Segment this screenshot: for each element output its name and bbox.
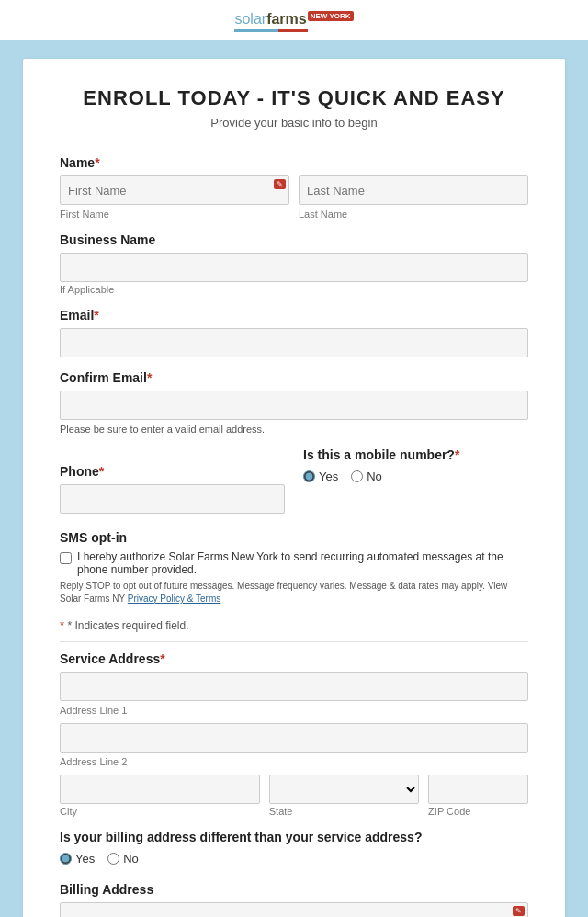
mobile-question-label: Is this a mobile number?* bbox=[303, 447, 528, 462]
confirm-email-label: Confirm Email* bbox=[60, 370, 528, 385]
billing-address-label: Billing Address bbox=[60, 882, 528, 897]
logo-ny: NEW YORK bbox=[308, 11, 354, 21]
sms-checkbox-text: I hereby authorize Solar Farms New York … bbox=[77, 550, 528, 576]
logo-farms: farms bbox=[266, 11, 307, 27]
sms-optin-label: SMS opt-in bbox=[60, 530, 528, 545]
page-title: ENROLL TODAY - IT'S QUICK AND EASY bbox=[60, 86, 528, 110]
site-header: solarfarmsNEW YORK bbox=[0, 0, 588, 40]
logo-underline bbox=[234, 29, 308, 32]
mobile-no-radio[interactable]: No bbox=[351, 470, 382, 483]
logo-solar: solar bbox=[234, 11, 266, 27]
billing-diff-question: Is your billing address different than y… bbox=[60, 830, 528, 844]
service-address-line2-input[interactable] bbox=[60, 723, 528, 753]
last-name-input[interactable] bbox=[299, 175, 528, 205]
service-city-label: City bbox=[60, 806, 260, 817]
business-name-label: Business Name bbox=[60, 232, 528, 247]
phone-label: Phone* bbox=[60, 464, 285, 479]
sms-checkbox[interactable] bbox=[60, 552, 72, 564]
confirm-email-input[interactable] bbox=[60, 391, 528, 420]
email-label: Email* bbox=[60, 308, 528, 323]
required-note: * * Indicates required field. bbox=[60, 618, 528, 632]
service-address-line1-input[interactable] bbox=[60, 672, 528, 701]
phone-input[interactable] bbox=[60, 484, 285, 514]
business-name-input[interactable] bbox=[60, 253, 528, 282]
billing-autofill-icon: ✎ bbox=[513, 906, 525, 916]
service-city-input[interactable] bbox=[60, 775, 260, 804]
page-subtitle: Provide your basic info to begin bbox=[60, 116, 528, 130]
sms-fine-print: Reply STOP to opt out of future messages… bbox=[60, 580, 528, 606]
service-zip-input[interactable] bbox=[428, 775, 528, 804]
business-name-sublabel: If Applicable bbox=[60, 284, 528, 295]
autofill-icon: ✎ bbox=[274, 179, 286, 189]
service-address-line2-label: Address Line 2 bbox=[60, 756, 528, 767]
billing-address-line1-input[interactable] bbox=[60, 902, 528, 917]
service-address-line1-label: Address Line 1 bbox=[60, 705, 528, 716]
first-name-input[interactable] bbox=[60, 175, 289, 205]
sms-privacy-link[interactable]: Privacy Policy & Terms bbox=[128, 594, 221, 604]
service-address-label: Service Address* bbox=[60, 651, 528, 666]
last-name-sublabel: Last Name bbox=[299, 209, 528, 220]
service-state-select[interactable]: NY NJ bbox=[269, 775, 419, 804]
billing-yes-radio[interactable]: Yes bbox=[60, 852, 95, 866]
first-name-sublabel: First Name bbox=[60, 209, 289, 220]
form-container: ENROLL TODAY - IT'S QUICK AND EASY Provi… bbox=[23, 59, 565, 917]
service-state-label: State bbox=[269, 806, 419, 817]
confirm-email-note: Please be sure to enter a valid email ad… bbox=[60, 424, 528, 435]
billing-no-radio[interactable]: No bbox=[107, 852, 139, 866]
service-zip-label: ZIP Code bbox=[428, 806, 528, 817]
mobile-yes-radio[interactable]: Yes bbox=[303, 470, 338, 483]
name-label: Name* bbox=[60, 155, 528, 170]
email-input[interactable] bbox=[60, 328, 528, 357]
